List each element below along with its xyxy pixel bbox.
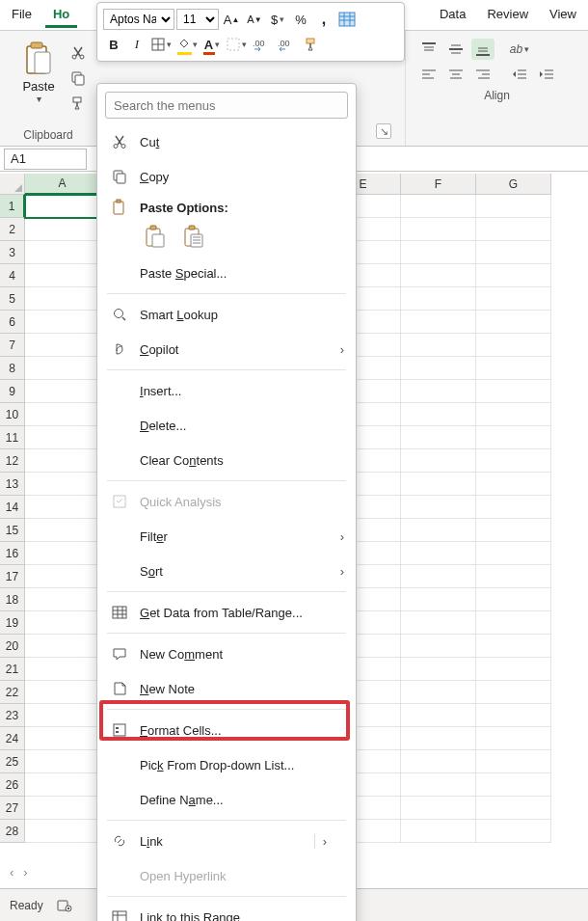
menu-get-data[interactable]: Get Data from Table/Range...	[97, 595, 356, 630]
cell[interactable]	[401, 264, 476, 287]
row-header[interactable]: 1	[0, 195, 25, 218]
macro-record-icon[interactable]	[57, 898, 72, 913]
mini-borders-button[interactable]: ▾	[149, 34, 174, 55]
column-header[interactable]: A	[25, 174, 100, 195]
menu-clear[interactable]: Clear Contents	[97, 443, 356, 477]
mini-font-name[interactable]: Aptos Na	[103, 9, 174, 30]
menu-delete[interactable]: Delete...	[97, 408, 356, 443]
mini-font-size[interactable]: 11	[176, 9, 219, 30]
paste-button[interactable]: Paste ▾	[10, 41, 67, 104]
increase-decimal-icon[interactable]: .00	[251, 34, 274, 55]
cell[interactable]	[476, 797, 551, 820]
decrease-indent-icon[interactable]	[508, 64, 531, 85]
cell[interactable]	[401, 473, 476, 496]
cell[interactable]	[476, 635, 551, 658]
menu-new-comment[interactable]: New Comment	[97, 637, 356, 671]
menu-smart-lookup[interactable]: Smart Lookup	[97, 297, 356, 332]
cell[interactable]	[476, 195, 551, 218]
format-painter-icon[interactable]	[69, 95, 87, 112]
row-header[interactable]: 17	[0, 565, 25, 588]
cell[interactable]	[401, 241, 476, 264]
cell[interactable]	[476, 357, 551, 380]
cell[interactable]	[401, 750, 476, 773]
cell[interactable]	[25, 635, 100, 658]
mini-format-painter-icon[interactable]	[301, 34, 322, 55]
chevron-down-icon[interactable]: ▾	[10, 94, 67, 104]
row-header[interactable]: 28	[0, 820, 25, 843]
cell[interactable]	[476, 496, 551, 519]
menu-insert[interactable]: Insert...	[97, 373, 356, 408]
menu-paste-special[interactable]: Paste Special...	[97, 256, 356, 290]
row-header[interactable]: 15	[0, 519, 25, 542]
cell[interactable]	[25, 496, 100, 519]
cell[interactable]	[476, 334, 551, 357]
cell[interactable]	[401, 727, 476, 750]
cell[interactable]	[401, 820, 476, 843]
cell[interactable]	[401, 519, 476, 542]
row-header[interactable]: 23	[0, 704, 25, 727]
cell[interactable]	[25, 334, 100, 357]
cell[interactable]	[401, 218, 476, 241]
cell[interactable]	[476, 773, 551, 797]
row-header[interactable]: 2	[0, 218, 25, 241]
cell[interactable]	[25, 681, 100, 704]
cell[interactable]	[401, 403, 476, 426]
align-right-icon[interactable]	[471, 64, 494, 85]
cell[interactable]	[401, 334, 476, 357]
mini-bold-button[interactable]: B	[103, 34, 124, 55]
cell[interactable]	[25, 773, 100, 797]
row-header[interactable]: 14	[0, 496, 25, 519]
align-top-icon[interactable]	[417, 39, 441, 60]
cell[interactable]	[25, 704, 100, 727]
menu-link-range[interactable]: Link to this Range	[97, 900, 356, 921]
cell[interactable]	[25, 380, 100, 403]
tab-home[interactable]: Ho	[45, 3, 77, 28]
row-header[interactable]: 3	[0, 241, 25, 264]
cell[interactable]	[25, 519, 100, 542]
cell[interactable]	[476, 311, 551, 334]
row-header[interactable]: 7	[0, 334, 25, 357]
cell[interactable]	[401, 311, 476, 334]
cell[interactable]	[401, 704, 476, 727]
cell[interactable]	[476, 218, 551, 241]
mini-decrease-font-icon[interactable]: A▼	[244, 9, 265, 30]
paste-option-default[interactable]	[142, 223, 169, 250]
cell[interactable]	[476, 681, 551, 704]
select-all-corner[interactable]	[0, 174, 25, 195]
cell[interactable]	[401, 797, 476, 820]
cell[interactable]	[476, 750, 551, 773]
copy-icon[interactable]	[69, 69, 87, 87]
mini-borders2-button[interactable]: ▾	[225, 34, 249, 55]
row-header[interactable]: 5	[0, 287, 25, 311]
cell[interactable]	[25, 797, 100, 820]
cell[interactable]	[25, 195, 100, 218]
menu-copy[interactable]: Copy	[97, 159, 356, 194]
percent-format-button[interactable]: %	[290, 9, 311, 30]
menu-sort[interactable]: Sort›	[97, 554, 356, 588]
cell[interactable]	[401, 588, 476, 611]
cell[interactable]	[401, 195, 476, 218]
cell[interactable]	[401, 658, 476, 681]
cell[interactable]	[476, 426, 551, 449]
row-header[interactable]: 20	[0, 635, 25, 658]
cell[interactable]	[401, 496, 476, 519]
accounting-format-button[interactable]: $▾	[267, 9, 288, 30]
cell[interactable]	[401, 611, 476, 635]
cell[interactable]	[476, 473, 551, 496]
row-header[interactable]: 6	[0, 311, 25, 334]
column-header[interactable]: G	[476, 174, 551, 195]
tab-file[interactable]: File	[4, 3, 40, 28]
cell[interactable]	[25, 473, 100, 496]
cell[interactable]	[25, 449, 100, 473]
cell[interactable]	[25, 588, 100, 611]
row-header[interactable]: 12	[0, 449, 25, 473]
cell[interactable]	[476, 542, 551, 565]
cell[interactable]	[401, 380, 476, 403]
cell[interactable]	[25, 565, 100, 588]
row-header[interactable]: 26	[0, 773, 25, 797]
cell[interactable]	[476, 727, 551, 750]
cell[interactable]	[25, 241, 100, 264]
row-header[interactable]: 10	[0, 403, 25, 426]
cell[interactable]	[476, 241, 551, 264]
row-header[interactable]: 16	[0, 542, 25, 565]
